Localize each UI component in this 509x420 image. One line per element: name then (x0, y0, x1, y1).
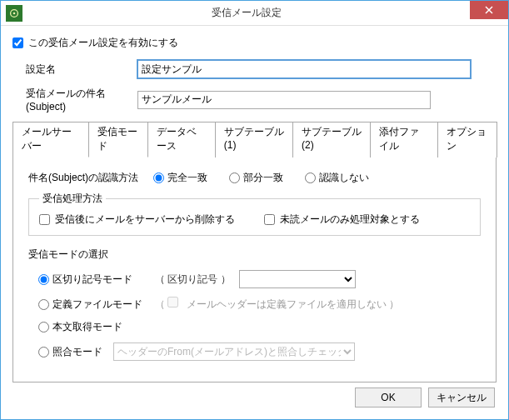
dialog-body: この受信メール設定を有効にする 設定名 受信メールの件名(Subject) メー… (1, 26, 508, 391)
tab-subtable2[interactable]: サブテーブル(2) (292, 122, 371, 158)
setting-name-label: 設定名 (12, 62, 137, 77)
recognize-exact[interactable]: 完全一致 (153, 171, 207, 185)
tab-database[interactable]: データベース (147, 122, 216, 158)
recognize-none[interactable]: 認識しない (305, 171, 369, 185)
close-button[interactable] (470, 1, 508, 19)
svg-point-2 (13, 12, 16, 14)
tab-option[interactable]: オプション (437, 122, 497, 158)
recognize-label: 件名(Subject)の認識方法 (28, 171, 138, 185)
titlebar: 受信メール設定 (1, 1, 508, 26)
dialog-window: 受信メール設定 この受信メール設定を有効にする 設定名 受信メールの件名(Sub… (0, 0, 509, 420)
tab-mailserver[interactable]: メールサーバー (12, 122, 89, 158)
tab-panel: 件名(Subject)の認識方法 完全一致 部分一致 認識しない 受信処理方法 … (12, 158, 497, 382)
mode-delimiter[interactable]: 区切り記号モード (38, 272, 155, 287)
proc-legend: 受信処理方法 (39, 192, 106, 206)
delete-after-checkbox[interactable] (39, 214, 50, 225)
dialog-footer: OK キャンセル (355, 388, 495, 408)
subject-label: 受信メールの件名(Subject) (12, 87, 137, 112)
recognize-partial[interactable]: 部分一致 (229, 171, 283, 185)
subject-input[interactable] (137, 91, 431, 109)
mode-select-title: 受信モードの選択 (28, 248, 481, 262)
ok-button[interactable]: OK (355, 388, 422, 408)
tab-subtable1[interactable]: サブテーブル(1) (215, 122, 293, 158)
tab-attachment[interactable]: 添付ファイル (370, 122, 438, 158)
enable-label: この受信メール設定を有効にする (28, 36, 178, 50)
mode-bodytext[interactable]: 本文取得モード (38, 320, 155, 334)
setting-name-input[interactable] (137, 60, 471, 78)
mode-definition[interactable]: 定義ファイルモード (38, 298, 155, 312)
app-icon (6, 5, 22, 22)
proc-fieldset: 受信処理方法 受信後にメールをサーバーから削除する 未読メールのみ処理対象とする (28, 192, 481, 236)
unread-only-checkbox[interactable] (264, 214, 275, 225)
mode-match[interactable]: 照合モード (38, 345, 113, 359)
unread-only-label: 未読メールのみ処理対象とする (280, 212, 420, 227)
def-header-checkbox (167, 297, 178, 308)
cancel-button[interactable]: キャンセル (428, 388, 495, 408)
delimiter-select[interactable] (239, 270, 356, 288)
tab-receivemode[interactable]: 受信モード (88, 122, 148, 158)
tab-strip: メールサーバー 受信モード データベース サブテーブル(1) サブテーブル(2)… (12, 121, 497, 158)
match-select: ヘッダーのFrom(メールアドレス)と照合しチェック (113, 342, 355, 361)
window-title: 受信メール設定 (22, 6, 470, 20)
enable-checkbox[interactable] (12, 38, 23, 48)
delete-after-label: 受信後にメールをサーバーから削除する (55, 212, 235, 227)
